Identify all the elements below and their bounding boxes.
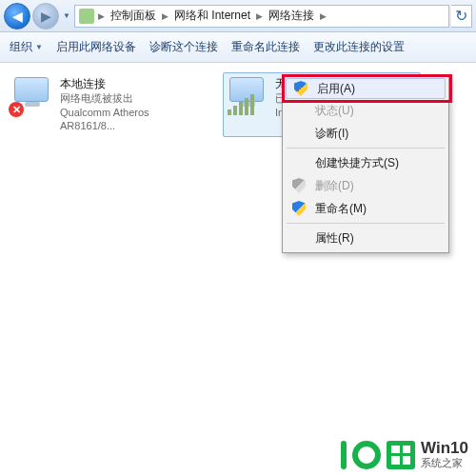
chevron-right-icon: ▶ <box>160 11 170 21</box>
ctx-separator <box>287 223 445 224</box>
nav-forward-button[interactable]: ▶ <box>32 3 59 30</box>
error-x-icon: ✕ <box>9 102 24 117</box>
arrow-left-icon: ◀ <box>12 9 23 24</box>
ctx-status-label: 状态(U) <box>315 103 354 119</box>
nav-history-dropdown[interactable]: ▼ <box>61 11 72 20</box>
chevron-right-icon: ▶ <box>318 11 328 21</box>
ctx-delete: 删除(D) <box>285 174 446 197</box>
breadcrumb-segment[interactable]: 网络和 Internet <box>172 8 252 24</box>
ctx-create-shortcut[interactable]: 创建快捷方式(S) <box>285 151 446 174</box>
refresh-icon: ↻ <box>455 7 467 25</box>
address-bar: ◀ ▶ ▼ ▶ 控制面板 ▶ 网络和 Internet ▶ 网络连接 ▶ ↻ <box>0 0 476 32</box>
command-bar: 组织 ▼ 启用此网络设备 诊断这个连接 重命名此连接 更改此连接的设置 <box>0 32 476 63</box>
refresh-button[interactable]: ↻ <box>451 5 472 28</box>
shield-icon <box>290 201 307 216</box>
signal-bars-icon <box>228 94 254 115</box>
diagnose-button[interactable]: 诊断这个连接 <box>149 39 218 55</box>
watermark-site: 系统之家 <box>421 456 468 470</box>
ctx-diagnose-label: 诊断(I) <box>315 126 348 142</box>
windows-logo-icon <box>387 441 415 469</box>
connection-item-local[interactable]: ✕ 本地连接 网络电缆被拔出 Qualcomm Atheros AR8161/8… <box>8 72 206 137</box>
ctx-properties[interactable]: 属性(R) <box>285 227 446 249</box>
content-pane: ✕ 本地连接 网络电缆被拔出 Qualcomm Atheros AR8161/8… <box>0 63 476 476</box>
watermark-brand: Win10 <box>421 439 468 457</box>
organize-menu[interactable]: 组织 ▼ <box>10 39 43 55</box>
watermark-bar-icon <box>341 441 347 469</box>
change-settings-label: 更改此连接的设置 <box>313 39 405 55</box>
wifi-icon <box>228 77 268 115</box>
nav-back-button[interactable]: ◀ <box>4 3 30 30</box>
connection-title: 本地连接 <box>60 77 201 91</box>
shield-icon <box>292 81 309 96</box>
ctx-rename[interactable]: 重命名(M) <box>285 197 446 220</box>
control-panel-icon <box>79 9 94 24</box>
connection-adapter: Qualcomm Atheros AR8161/8... <box>60 107 201 133</box>
enable-device-label: 启用此网络设备 <box>56 39 136 55</box>
ctx-diagnose[interactable]: 诊断(I) <box>285 122 446 145</box>
ctx-shortcut-label: 创建快捷方式(S) <box>315 155 399 171</box>
diagnose-label: 诊断这个连接 <box>149 39 218 55</box>
connection-status: 网络电缆被拔出 <box>60 92 201 106</box>
breadcrumb[interactable]: ▶ 控制面板 ▶ 网络和 Internet ▶ 网络连接 ▶ <box>74 5 449 28</box>
ctx-enable-label: 启用(A) <box>317 81 355 97</box>
watermark-circle-icon <box>352 441 381 469</box>
ctx-properties-label: 属性(R) <box>315 230 354 247</box>
breadcrumb-segment[interactable]: 控制面板 <box>109 8 158 24</box>
rename-label: 重命名此连接 <box>231 39 300 55</box>
context-menu: 启用(A) 状态(U) 诊断(I) 创建快捷方式(S) 删除(D) 重命名(M)… <box>282 74 449 253</box>
ctx-rename-label: 重命名(M) <box>315 201 367 217</box>
ctx-delete-label: 删除(D) <box>315 178 354 194</box>
ctx-enable[interactable]: 启用(A) <box>286 78 446 99</box>
watermark-text: Win10 系统之家 <box>421 439 468 470</box>
arrow-right-icon: ▶ <box>41 9 51 24</box>
ctx-status: 状态(U) <box>285 99 446 122</box>
rename-button[interactable]: 重命名此连接 <box>231 39 300 55</box>
chevron-down-icon: ▼ <box>35 43 43 51</box>
breadcrumb-segment[interactable]: 网络连接 <box>267 8 316 24</box>
watermark: Win10 系统之家 <box>341 439 468 470</box>
enable-device-button[interactable]: 启用此网络设备 <box>56 39 136 55</box>
chevron-right-icon: ▶ <box>96 11 107 21</box>
organize-label: 组织 <box>10 39 32 55</box>
chevron-right-icon: ▶ <box>254 11 265 21</box>
change-settings-button[interactable]: 更改此连接的设置 <box>313 39 405 55</box>
ethernet-icon: ✕ <box>12 77 52 115</box>
shield-icon <box>290 178 307 193</box>
ctx-separator <box>287 148 445 149</box>
